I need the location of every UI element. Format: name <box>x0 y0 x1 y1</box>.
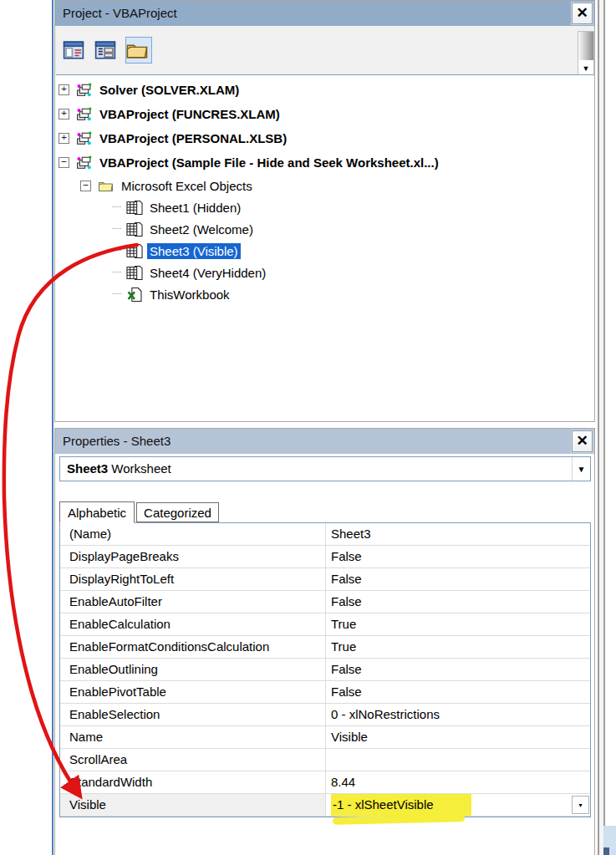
tree-connector <box>112 293 121 295</box>
view-object-icon <box>94 39 116 61</box>
tree-item-label[interactable]: Sheet1 (Hidden) <box>147 200 243 216</box>
view-code-icon <box>63 39 84 61</box>
tree-item-label[interactable]: VBAProject (Sample File - Hide and Seek … <box>97 155 441 170</box>
tree-item-label[interactable]: Solver (SOLVER.XLAM) <box>97 82 242 98</box>
property-row-enableselection[interactable]: EnableSelection 0 - xlNoRestrictions <box>60 704 590 726</box>
scroll-down-icon[interactable]: ▼ <box>578 63 593 74</box>
tree-item-personal[interactable]: + VBAProject (PERSONAL.XLSB) <box>59 126 593 150</box>
properties-tabs: Alphabetic Categorized <box>59 499 221 522</box>
tree-item-label[interactable]: VBAProject (PERSONAL.XLSB) <box>97 130 289 146</box>
folder-icon <box>126 39 148 61</box>
properties-panel-titlebar[interactable]: Properties - Sheet3 <box>55 429 594 454</box>
vba-project-icon <box>75 83 93 97</box>
tree-connector <box>112 228 121 230</box>
vba-project-icon <box>75 107 93 121</box>
background-scrollbar-thumb-fragment <box>603 847 609 855</box>
project-panel-title: Project - VBAProject <box>63 6 177 20</box>
chevron-down-icon: ▼ <box>578 465 586 474</box>
tree-item-label[interactable]: VBAProject (FUNCRES.XLAM) <box>97 106 283 122</box>
properties-panel-title: Properties - Sheet3 <box>63 434 171 448</box>
project-tree: + Solver (SOLVER.XLAM) + <box>56 74 593 420</box>
object-name: Sheet3 <box>67 461 108 476</box>
tab-alphabetic[interactable]: Alphabetic <box>59 501 135 523</box>
window-splitter[interactable] <box>598 0 605 855</box>
property-row-enableautofilter[interactable]: EnableAutoFilter False <box>60 591 590 613</box>
close-icon: ✕ <box>576 433 588 449</box>
vba-project-icon <box>75 131 93 145</box>
object-selector-combobox[interactable]: Sheet3 Worksheet ▼ <box>59 456 591 481</box>
collapse-icon[interactable]: − <box>59 157 69 168</box>
worksheet-icon <box>126 222 143 237</box>
property-row-scrollarea[interactable]: ScrollArea <box>60 749 590 771</box>
property-row-displayrighttoleft[interactable]: DisplayRightToLeft False <box>60 568 590 591</box>
tree-item-sample-file[interactable]: − VBAProject (Sample File - Hide and See… <box>59 150 593 175</box>
worksheet-icon <box>126 244 143 258</box>
vba-project-icon <box>75 155 93 170</box>
project-explorer-panel: Project - VBAProject ✕ <box>54 0 595 422</box>
highlighted-value[interactable]: -1 - xlSheetVisible <box>331 794 471 816</box>
tree-connector <box>112 250 121 252</box>
tree-item-label[interactable]: Sheet2 (Welcome) <box>147 221 256 237</box>
tree-item-sheet3[interactable]: Sheet3 (Visible) <box>59 240 593 262</box>
tree-item-label-selected[interactable]: Sheet3 (Visible) <box>147 243 241 259</box>
view-object-button[interactable] <box>94 37 120 64</box>
tree-item-sheet4[interactable]: Sheet4 (VeryHidden) <box>59 262 593 283</box>
toggle-folders-button[interactable] <box>125 37 152 64</box>
project-panel-titlebar[interactable]: Project - VBAProject <box>55 1 594 26</box>
object-selector-dropdown-button[interactable]: ▼ <box>572 457 590 481</box>
tree-item-excel-objects[interactable]: − Microsoft Excel Objects <box>59 175 593 196</box>
vba-editor-region: Project - VBAProject ✕ <box>0 0 616 855</box>
view-code-button[interactable] <box>62 37 89 64</box>
expand-icon[interactable]: + <box>59 109 69 120</box>
worksheet-icon <box>126 201 143 215</box>
property-row-name[interactable]: Name Visible <box>60 726 590 749</box>
worksheet-icon <box>126 266 143 280</box>
chevron-down-icon: ▾ <box>578 802 582 809</box>
property-grid: (Name) Sheet3 DisplayPageBreaks False Di… <box>59 522 591 817</box>
property-row-enablepivottable[interactable]: EnablePivotTable False <box>60 681 590 704</box>
folder-icon <box>97 180 115 192</box>
scrollbar-thumb[interactable] <box>578 32 593 60</box>
property-row-enableformatconditionscalculation[interactable]: EnableFormatConditionsCalculation True <box>60 636 590 659</box>
tree-item-solver[interactable]: + Solver (SOLVER.XLAM) <box>59 78 593 102</box>
property-row-standardwidth[interactable]: StandardWidth 8.44 <box>60 771 590 794</box>
visible-value-dropdown-button[interactable]: ▾ <box>572 796 589 814</box>
project-panel-close-button[interactable]: ✕ <box>572 3 593 24</box>
tree-item-sheet2[interactable]: Sheet2 (Welcome) <box>59 218 593 240</box>
tree-item-sheet1[interactable]: Sheet1 (Hidden) <box>59 196 593 218</box>
tab-categorized[interactable]: Categorized <box>136 502 219 522</box>
project-toolbar: ▼ <box>55 26 594 74</box>
tree-connector <box>112 206 121 208</box>
property-row-enableoutlining[interactable]: EnableOutlining False <box>60 659 590 681</box>
tree-item-label[interactable]: Microsoft Excel Objects <box>119 178 255 194</box>
dock-frame-line <box>52 0 53 855</box>
property-row-displaypagebreaks[interactable]: DisplayPageBreaks False <box>60 546 590 568</box>
tree-item-thisworkbook[interactable]: ThisWorkbook <box>59 283 593 305</box>
tree-item-label[interactable]: ThisWorkbook <box>147 287 232 303</box>
properties-panel: Properties - Sheet3 ✕ Sheet3 Worksheet ▼… <box>54 428 595 855</box>
expand-icon[interactable]: + <box>59 84 69 95</box>
property-row-visible[interactable]: Visible -1 - xlSheetVisible ▾ <box>60 794 590 817</box>
close-icon: ✕ <box>576 5 588 21</box>
tree-connector <box>112 272 121 273</box>
expand-icon[interactable]: + <box>59 133 69 144</box>
property-row-enablecalculation[interactable]: EnableCalculation True <box>60 613 590 636</box>
object-type: Worksheet <box>108 461 171 476</box>
tree-item-funcres[interactable]: + VBAProject (FUNCRES.XLAM) <box>59 102 593 126</box>
tree-item-label[interactable]: Sheet4 (VeryHidden) <box>147 265 268 281</box>
toolbar-scrollbar[interactable]: ▼ <box>578 31 594 76</box>
workbook-icon <box>126 288 143 302</box>
properties-panel-close-button[interactable]: ✕ <box>572 430 593 452</box>
property-row-name-internal[interactable]: (Name) Sheet3 <box>60 523 590 546</box>
collapse-icon[interactable]: − <box>80 181 91 191</box>
